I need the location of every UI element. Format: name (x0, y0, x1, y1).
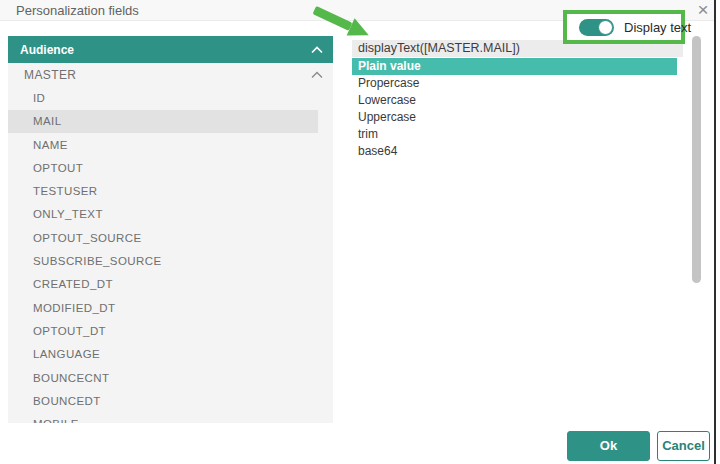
sidebar-item-master[interactable]: MASTER (8, 63, 333, 86)
field-item-modified_dt[interactable]: MODIFIED_DT (8, 296, 333, 319)
field-item-only_text[interactable]: ONLY_TEXT (8, 203, 333, 226)
format-option-base64[interactable]: base64 (352, 143, 683, 160)
field-item-optout[interactable]: OPTOUT (8, 156, 333, 179)
close-icon[interactable]: × (692, 0, 714, 21)
format-option-lowercase[interactable]: Lowercase (352, 92, 683, 109)
annotation-highlight-box: Display text (563, 10, 685, 44)
panel-scrollbar[interactable] (692, 36, 701, 283)
field-list: IDMAILNAMEOPTOUTTESTUSERONLY_TEXTOPTOUT_… (8, 86, 333, 423)
format-option-uppercase[interactable]: Uppercase (352, 109, 683, 126)
field-item-testuser[interactable]: TESTUSER (8, 179, 333, 202)
field-item-created_dt[interactable]: CREATED_DT (8, 273, 333, 296)
field-item-bouncecnt[interactable]: BOUNCECNT (8, 366, 333, 389)
field-item-optout_dt[interactable]: OPTOUT_DT (8, 319, 333, 342)
display-text-toggle[interactable] (579, 19, 614, 36)
field-sidebar: Audience MASTER IDMAILNAMEOPTOUTTESTUSER… (8, 36, 333, 423)
sidebar-group-label: Audience (20, 43, 74, 57)
cancel-button[interactable]: Cancel (657, 431, 710, 461)
master-label: MASTER (24, 68, 76, 82)
sidebar-group-audience[interactable]: Audience (8, 36, 333, 63)
format-option-trim[interactable]: trim (352, 126, 683, 143)
field-item-subscribe_source[interactable]: SUBSCRIBE_SOURCE (8, 249, 333, 272)
field-item-optout_source[interactable]: OPTOUT_SOURCE (8, 226, 333, 249)
field-item-mobile[interactable]: MOBILE (8, 412, 333, 423)
format-options-list: Plain valuePropercaseLowercaseUppercaset… (352, 58, 683, 160)
display-text-toggle-label: Display text (624, 20, 691, 35)
chevron-up-icon (311, 68, 323, 82)
field-item-bouncedt[interactable]: BOUNCEDT (8, 389, 333, 412)
format-option-propercase[interactable]: Propercase (352, 75, 683, 92)
field-item-name[interactable]: NAME (8, 133, 333, 156)
dialog-title: Personalization fields (16, 0, 139, 21)
toggle-knob-icon (598, 20, 613, 35)
field-item-language[interactable]: LANGUAGE (8, 343, 333, 366)
personalization-dialog: Personalization fields × Audience MASTER… (0, 0, 720, 464)
annotation-arrow-icon (312, 2, 382, 46)
page-edge-divider (714, 0, 716, 464)
expression-text: displayText([MASTER.MAIL]) (358, 41, 520, 55)
format-option-plain-value[interactable]: Plain value (352, 58, 677, 75)
ok-button[interactable]: Ok (567, 431, 650, 461)
field-item-mail[interactable]: MAIL (8, 110, 318, 133)
field-item-id[interactable]: ID (8, 86, 333, 109)
